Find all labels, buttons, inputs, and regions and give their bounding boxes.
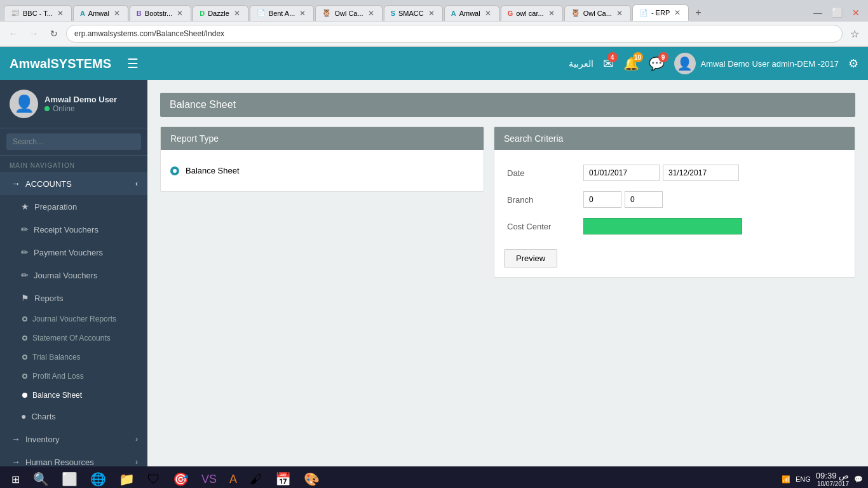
browser-tab[interactable]: G owl car... ✕ (501, 5, 563, 21)
task-view-button[interactable]: ⬜ (57, 469, 83, 488)
settings-icon[interactable]: ⚙ (848, 57, 858, 71)
date-to-input[interactable] (663, 165, 739, 181)
sidebar-user-name: Amwal Demo User (44, 95, 117, 104)
start-button[interactable]: ⊞ (5, 469, 25, 488)
browser-tab[interactable]: A Amwal ✕ (444, 5, 499, 21)
sidebar-item-label: Receipt Vouchers (34, 225, 98, 234)
hamburger-button[interactable]: ☰ (124, 53, 142, 74)
notification-icon[interactable]: 💬 (854, 475, 863, 484)
browser-tab[interactable]: 📄 Bent A... ✕ (250, 5, 315, 21)
radio-button[interactable] (170, 166, 179, 175)
app-wrapper: AmwalSYSTEMS ☰ العربية ✉ 4 🔔 10 💬 9 👤 Am… (0, 47, 868, 488)
browser-tab[interactable]: D Dazzle ✕ (193, 5, 248, 21)
charts-icon: ● (21, 411, 26, 421)
user-name-label: Amwal Demo User admin-DEM -2017 (701, 59, 839, 69)
mail-icon-group[interactable]: ✉ 4 (603, 56, 614, 71)
sidebar-subitem-label: Trial Balances (32, 353, 81, 362)
bell-icon-group[interactable]: 🔔 10 (623, 56, 639, 71)
branch-from-input[interactable] (583, 191, 621, 208)
tab-close-icon[interactable]: ✕ (615, 9, 624, 18)
search-input[interactable] (6, 133, 141, 150)
sidebar-item-reports[interactable]: ⚑ Reports (0, 287, 147, 309)
sidebar-item-preparation[interactable]: ★ Preparation (0, 195, 147, 218)
file-explorer-button[interactable]: 📁 (114, 469, 140, 488)
tab-close-icon[interactable]: ✕ (427, 9, 436, 18)
sidebar-item-journal-vouchers[interactable]: ✏ Journal Vouchers (0, 264, 147, 287)
amwal-taskbar-button[interactable]: A (224, 470, 242, 489)
tab-close-icon[interactable]: ✕ (547, 9, 556, 18)
tab-close-icon[interactable]: ✕ (673, 8, 682, 17)
sidebar-item-payment-vouchers[interactable]: ✏ Payment Vouchers (0, 241, 147, 264)
browser-tabs: 📰 BBC - T... ✕ A Amwal ✕ B Bootstr... ✕ … (0, 0, 868, 22)
tab-close-icon[interactable]: ✕ (112, 9, 121, 18)
mail-badge: 4 (607, 52, 618, 62)
sidebar-item-label: Inventory (25, 435, 59, 444)
bookmark-button[interactable]: ☆ (846, 25, 863, 42)
active-bullet-icon (22, 393, 27, 398)
edge-browser-button[interactable]: 🌐 (85, 469, 111, 488)
sidebar-subitem-balance-sheet[interactable]: Balance Sheet (0, 386, 147, 405)
sidebar-item-label: Payment Vouchers (34, 248, 103, 257)
refresh-button[interactable]: ↻ (46, 25, 62, 42)
browser-tab[interactable]: S SMACC ✕ (384, 5, 443, 21)
sidebar-item-receipt-vouchers[interactable]: ✏ Receipt Vouchers (0, 218, 147, 241)
report-type-panel: Report Type Balance Sheet (160, 126, 484, 192)
sidebar-item-label: Reports (34, 294, 64, 303)
sidebar-status: Online (44, 104, 117, 113)
status-label: Online (53, 104, 75, 113)
tab-close-icon[interactable]: ✕ (56, 9, 65, 18)
photoshop-button[interactable]: 🖌 (245, 470, 268, 489)
sidebar-item-charts[interactable]: ● Charts (0, 405, 147, 428)
tab-close-icon[interactable]: ✕ (367, 9, 376, 18)
preview-button[interactable]: Preview (504, 249, 557, 268)
table-row: Branch (504, 186, 845, 213)
cost-center-input[interactable] (583, 218, 742, 234)
browser-tab-active[interactable]: 📄 - ERP ✕ (632, 4, 689, 21)
sidebar-subitem-profit-and-loss[interactable]: Profit And Loss (0, 367, 147, 386)
main-nav-label: MAIN NAVIGATION (0, 156, 147, 172)
sidebar-item-accounts[interactable]: → ACCOUNTS ‹ (0, 172, 147, 195)
date-from-input[interactable] (583, 165, 660, 181)
paint-button[interactable]: 🎨 (299, 469, 325, 488)
arabic-language-link[interactable]: العربية (569, 58, 593, 69)
criteria-table: Date Branch (504, 159, 845, 240)
sidebar-subitem-journal-voucher-reports[interactable]: Journal Voucher Reports (0, 309, 147, 329)
sidebar-subitem-trial-balances[interactable]: Trial Balances (0, 348, 147, 367)
address-bar[interactable] (66, 25, 843, 43)
tab-close-icon[interactable]: ✕ (175, 9, 184, 18)
close-window-button[interactable]: ✕ (848, 4, 864, 21)
sidebar-subitem-statement-of-accounts[interactable]: Statement Of Accounts (0, 329, 147, 348)
maximize-button[interactable]: ⬜ (829, 4, 845, 21)
accounts-label: ACCOUNTS (25, 179, 72, 189)
browser-tab[interactable]: 🦉 Owl Ca... ✕ (564, 5, 631, 21)
tab-close-icon[interactable]: ✕ (233, 9, 241, 18)
tab-close-icon[interactable]: ✕ (484, 9, 492, 18)
sidebar-item-inventory[interactable]: → Inventory › (0, 428, 147, 451)
content-area: Balance Sheet Report Type Balance Sheet … (147, 80, 868, 466)
visual-studio-button[interactable]: VS (196, 470, 222, 489)
user-info[interactable]: 👤 Amwal Demo User admin-DEM -2017 (674, 53, 839, 74)
browser-tab[interactable]: A Amwal ✕ (73, 5, 128, 21)
minimize-button[interactable]: — (810, 4, 826, 21)
tab-close-icon[interactable]: ✕ (298, 9, 307, 18)
sidebar-item-human-resources[interactable]: → Human Resources › (0, 451, 147, 466)
sidebar-search[interactable] (0, 128, 147, 156)
chevron-left-icon: ‹ (135, 179, 138, 188)
new-tab-button[interactable]: + (690, 4, 706, 22)
browser-tab[interactable]: 📰 BBC - T... ✕ (4, 5, 72, 21)
target-app-button[interactable]: 🎯 (168, 469, 194, 488)
search-taskbar-button[interactable]: 🔍 (28, 469, 54, 488)
calendar-button[interactable]: 📅 (270, 469, 296, 488)
sidebar-avatar: 👤 (10, 90, 38, 118)
branch-to-input[interactable] (625, 191, 663, 208)
network-icon: 📶 (782, 475, 790, 484)
forward-button[interactable]: → (25, 25, 42, 42)
brand-logo: AmwalSYSTEMS (10, 57, 111, 71)
browser-tab[interactable]: 🦉 Owl Ca... ✕ (315, 5, 382, 21)
payment-icon: ✏ (21, 247, 29, 257)
shield-app-button[interactable]: 🛡 (142, 470, 165, 489)
chat-icon-group[interactable]: 💬 9 (649, 56, 665, 71)
report-type-label: Balance Sheet (186, 166, 240, 175)
browser-tab[interactable]: B Bootstr... ✕ (130, 5, 191, 21)
back-button[interactable]: ← (5, 25, 22, 42)
